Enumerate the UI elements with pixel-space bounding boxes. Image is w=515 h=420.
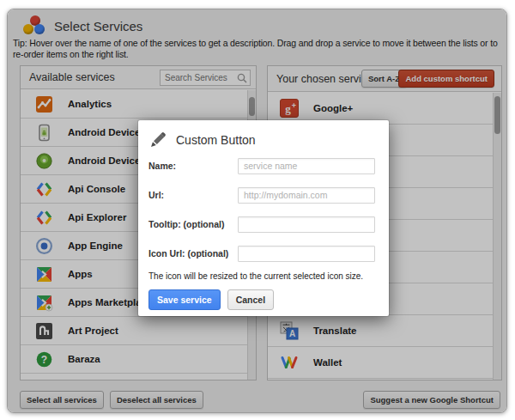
custom-button-modal: Custom Button Name: Url: Tooltip: (optio… xyxy=(138,120,389,316)
field-label: Icon Url: (optional) xyxy=(148,248,238,259)
cancel-button[interactable]: Cancel xyxy=(227,289,274,310)
select-services-page: Select Services Tip: Hover over the name… xyxy=(0,0,515,420)
modal-field-row: Tooltip: (optional) xyxy=(138,210,389,239)
modal-title: Custom Button xyxy=(176,133,256,147)
field-input[interactable] xyxy=(238,216,375,233)
field-input[interactable] xyxy=(238,158,375,174)
modal-fields: Name: Url: Tooltip: (optional) Icon Url:… xyxy=(138,151,389,268)
modal-field-row: Icon Url: (optional) xyxy=(138,239,389,268)
pencil-icon xyxy=(148,131,167,149)
modal-note: The icon will be resized to the current … xyxy=(138,268,389,281)
field-input[interactable] xyxy=(238,246,375,262)
field-label: Url: xyxy=(148,190,238,200)
modal-field-row: Name: xyxy=(138,151,389,180)
field-label: Name: xyxy=(148,161,238,171)
modal-buttons: Save service Cancel xyxy=(138,281,389,310)
modal-field-row: Url: xyxy=(138,180,389,210)
field-label: Tooltip: (optional) xyxy=(148,219,238,229)
field-input[interactable] xyxy=(238,187,375,204)
save-service-button[interactable]: Save service xyxy=(148,289,221,310)
modal-header: Custom Button xyxy=(138,120,389,151)
